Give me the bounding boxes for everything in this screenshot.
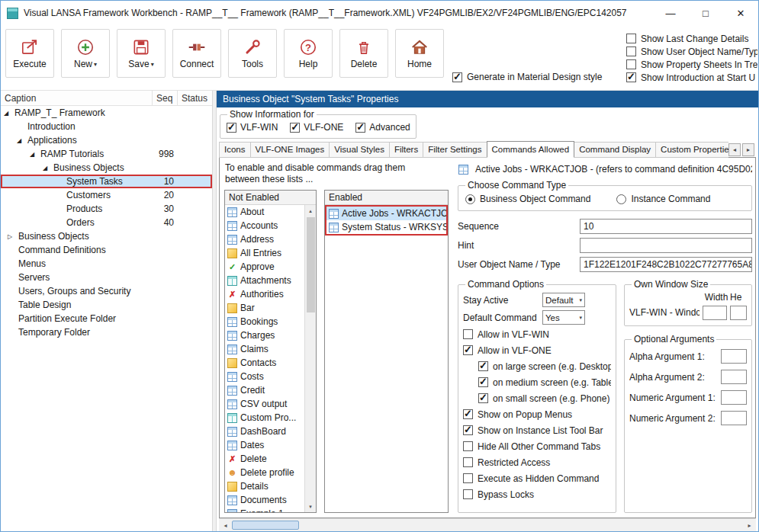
- command-list-item[interactable]: Custom Pro...: [225, 411, 304, 425]
- column-header-status[interactable]: Status: [178, 91, 212, 105]
- maximize-button[interactable]: □: [688, 1, 723, 25]
- material-design-checkbox[interactable]: Generate in Material Design style: [452, 72, 602, 82]
- command-list-item[interactable]: Delete: [225, 452, 304, 466]
- tree-item[interactable]: System Tasks 10: [1, 175, 212, 188]
- command-list-item[interactable]: Details: [225, 479, 304, 493]
- display-option-checkbox[interactable]: Show Last Change Details: [626, 32, 757, 45]
- tree-item[interactable]: Table Design: [1, 298, 212, 312]
- tab[interactable]: Filters: [389, 142, 423, 158]
- scroll-down-icon[interactable]: [305, 501, 316, 512]
- toolbar-button[interactable]: Save: [117, 29, 166, 78]
- command-list-item[interactable]: Documents: [225, 493, 304, 507]
- show-info-checkbox[interactable]: Advanced: [355, 122, 410, 133]
- tree-item[interactable]: RAMP Tutorials 998: [1, 147, 212, 161]
- dropdown-select[interactable]: Default: [542, 293, 585, 307]
- tree-item[interactable]: Applications: [1, 133, 212, 147]
- tree-expand-icon[interactable]: [17, 137, 27, 144]
- field-input[interactable]: [580, 238, 752, 253]
- argument-input[interactable]: [721, 390, 747, 405]
- command-list-item[interactable]: System Status - WRKSYSSTS: [326, 220, 446, 234]
- tree-item[interactable]: Products 30: [1, 202, 212, 216]
- tree-item[interactable]: Command Definitions: [1, 243, 212, 257]
- tree-item[interactable]: Introduction: [1, 120, 212, 133]
- argument-input[interactable]: [721, 349, 747, 364]
- display-option-checkbox[interactable]: Show User Object Name/Typ: [626, 45, 757, 58]
- tab[interactable]: Icons: [219, 142, 251, 158]
- command-type-radio[interactable]: Business Object Command: [465, 194, 590, 204]
- tab-scroll-left-icon[interactable]: [728, 143, 741, 156]
- command-option-checkbox[interactable]: Hide All Other Command Tabs: [463, 438, 611, 454]
- close-button[interactable]: ✕: [723, 1, 758, 25]
- tree-item[interactable]: Partition Execute Folder: [1, 312, 212, 325]
- tab[interactable]: Visual Styles: [329, 142, 390, 158]
- command-list-item[interactable]: All Entries: [225, 246, 304, 260]
- command-option-checkbox[interactable]: Show on Instance List Tool Bar: [463, 422, 611, 438]
- command-option-checkbox[interactable]: Restricted Access: [463, 454, 611, 470]
- tree-item[interactable]: Orders 40: [1, 216, 212, 229]
- column-header-caption[interactable]: Caption: [1, 91, 153, 105]
- tree-item[interactable]: Servers: [1, 271, 212, 284]
- tree-item[interactable]: Menus: [1, 257, 212, 271]
- command-list-item[interactable]: Charges: [225, 328, 304, 342]
- tab[interactable]: Filter Settings: [423, 142, 487, 158]
- command-list-item[interactable]: Bar: [225, 301, 304, 315]
- argument-input[interactable]: [721, 411, 747, 425]
- command-list-item[interactable]: Accounts: [225, 219, 304, 232]
- display-option-checkbox[interactable]: Show Property Sheets In Tre: [626, 58, 757, 71]
- command-option-checkbox[interactable]: on small screen (e.g. Phone): [463, 390, 611, 406]
- command-list-item[interactable]: DashBoard: [225, 425, 304, 438]
- tree-expand-icon[interactable]: [8, 233, 18, 240]
- toolbar-button[interactable]: Delete: [339, 29, 388, 78]
- command-list-item[interactable]: Contacts: [225, 356, 304, 370]
- command-type-radio[interactable]: Instance Command: [616, 194, 710, 204]
- command-list-item[interactable]: Authorities: [225, 287, 304, 301]
- toolbar-button[interactable]: Connect: [172, 29, 221, 78]
- tree-item[interactable]: RAMP_T_ Framework: [1, 106, 212, 120]
- display-option-checkbox[interactable]: Show Introduction at Start U: [626, 71, 757, 84]
- field-input[interactable]: 10: [580, 219, 752, 234]
- command-list-item[interactable]: Address: [225, 232, 304, 246]
- tab[interactable]: Custom Properties: [655, 142, 728, 158]
- tree-expand-icon[interactable]: [4, 110, 14, 117]
- column-header-seq[interactable]: Seq: [153, 91, 178, 105]
- command-list-item[interactable]: Example 1: [225, 507, 304, 512]
- scrollbar-thumb[interactable]: [232, 521, 299, 530]
- command-list-item[interactable]: About: [225, 205, 304, 219]
- argument-input[interactable]: [721, 370, 747, 384]
- command-list-item[interactable]: Approve: [225, 260, 304, 274]
- tree-item[interactable]: Temporary Folder: [1, 325, 212, 339]
- tree-expand-icon[interactable]: [43, 165, 53, 171]
- tree-item[interactable]: Business Objects: [1, 229, 212, 243]
- command-option-checkbox[interactable]: Execute as Hidden Command: [463, 470, 611, 486]
- command-option-checkbox[interactable]: on large screen (e.g. Desktop): [463, 358, 611, 374]
- toolbar-button[interactable]: Home: [395, 29, 444, 78]
- command-list-item[interactable]: Attachments: [225, 274, 304, 287]
- toolbar-button[interactable]: Tools: [228, 29, 277, 78]
- scroll-right-icon[interactable]: [743, 519, 756, 531]
- scroll-up-icon[interactable]: [305, 205, 316, 216]
- tree-item[interactable]: Customers 20: [1, 188, 212, 202]
- tab[interactable]: Command Display: [574, 142, 656, 158]
- tree-expand-icon[interactable]: [30, 151, 40, 158]
- tab-scroll-right-icon[interactable]: [742, 143, 754, 156]
- toolbar-button[interactable]: New: [61, 29, 110, 78]
- command-list-item[interactable]: Credit: [225, 383, 304, 397]
- command-list-item[interactable]: Active Jobs - WRKACTJOB: [326, 207, 446, 220]
- command-list-item[interactable]: Costs: [225, 370, 304, 383]
- tab[interactable]: VLF-ONE Images: [250, 142, 330, 158]
- show-info-checkbox[interactable]: VLF-WIN: [227, 122, 278, 133]
- command-list-item[interactable]: Dates: [225, 438, 304, 452]
- command-option-checkbox[interactable]: Bypass Locks: [463, 486, 611, 502]
- command-list-item[interactable]: Delete profile: [225, 466, 304, 479]
- toolbar-button[interactable]: Execute: [5, 29, 54, 78]
- command-list-item[interactable]: Bookings: [225, 315, 304, 328]
- dropdown-select[interactable]: Yes: [542, 310, 585, 325]
- show-info-checkbox[interactable]: VLF-ONE: [290, 122, 343, 133]
- command-list-item[interactable]: CSV output: [225, 397, 304, 411]
- toolbar-button[interactable]: Help: [284, 29, 333, 78]
- height-input[interactable]: [730, 306, 747, 320]
- scroll-left-icon[interactable]: [219, 519, 232, 531]
- field-input[interactable]: 1F122E1201F248C2B1022C77277765A8: [580, 257, 752, 272]
- tree-item[interactable]: Business Objects: [1, 161, 212, 175]
- command-option-checkbox[interactable]: on medium screen (e.g. Tablet): [463, 374, 611, 390]
